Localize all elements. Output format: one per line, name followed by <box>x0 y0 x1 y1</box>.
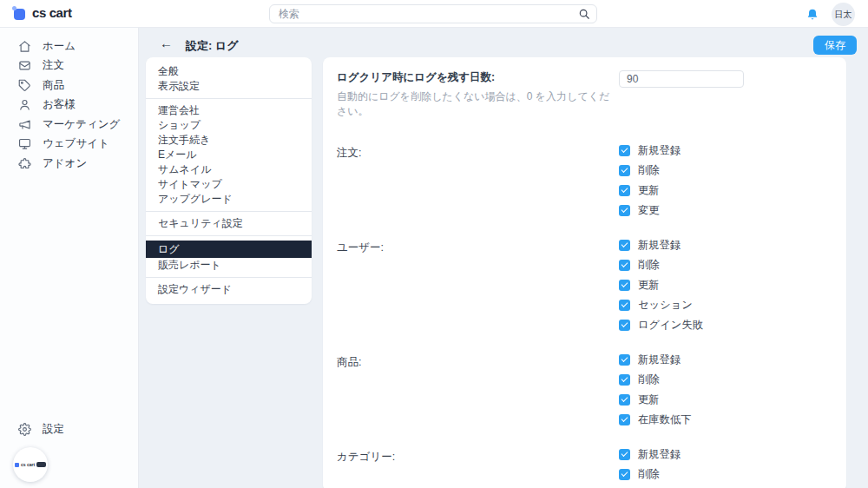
checkbox-checked-icon[interactable] <box>619 165 630 176</box>
checkbox-checked-icon[interactable] <box>619 449 630 460</box>
sidebar-item-label: ウェブサイト <box>43 136 109 151</box>
users-log-section: ユーザー: 新規登録 削除 更新 セッション <box>337 239 832 331</box>
categories-section-label: カテゴリー: <box>337 451 395 463</box>
products-log-section: 商品: 新規登録 削除 更新 在庫数低下 <box>337 353 832 425</box>
global-search <box>269 4 597 23</box>
checkbox-checked-icon[interactable] <box>619 414 630 425</box>
sidebar-settings-section: 設定 <box>0 420 138 440</box>
user-avatar[interactable]: 日太 <box>832 3 855 26</box>
save-button[interactable]: 保存 <box>813 36 857 55</box>
checkbox-option: 削除 <box>619 259 703 271</box>
checkbox-checked-icon[interactable] <box>619 300 630 311</box>
sidebar-item-marketing[interactable]: マーケティング <box>0 115 138 135</box>
settings-nav-item-appearance[interactable]: 表示設定 <box>146 79 312 94</box>
settings-nav-item-sitemap[interactable]: サイトマップ <box>146 177 312 192</box>
mini-logo-text: cs cart <box>21 462 35 467</box>
settings-nav-item-shop[interactable]: ショップ <box>146 118 312 133</box>
checkbox-option: 更新 <box>619 393 691 406</box>
settings-nav-group: 設定ウィザード <box>146 277 312 301</box>
option-label: 削除 <box>638 258 660 273</box>
checkbox-option: 新規登録 <box>619 353 691 366</box>
sidebar-item-addons[interactable]: アドオン <box>0 154 138 174</box>
checkbox-option: 削除 <box>619 373 691 386</box>
categories-log-section: カテゴリー: 新規登録 削除 更新 <box>337 448 832 488</box>
option-label: 削除 <box>638 467 660 482</box>
checkbox-checked-icon[interactable] <box>619 394 630 406</box>
checkbox-checked-icon[interactable] <box>619 260 630 271</box>
settings-nav-item-upgrade[interactable]: アップグレード <box>146 192 312 207</box>
search-icon <box>578 8 590 20</box>
option-label: 新規登録 <box>638 447 681 462</box>
notifications-bell-icon[interactable] <box>806 8 819 22</box>
settings-nav-item-checkout[interactable]: 注文手続き <box>146 133 312 148</box>
sidebar-item-settings[interactable]: 設定 <box>0 420 138 440</box>
checkbox-option: 新規登録 <box>619 239 703 251</box>
users-section-label: ユーザー: <box>337 241 384 254</box>
sidebar-item-home[interactable]: ホーム <box>0 36 138 56</box>
settings-nav-item-email[interactable]: Eメール <box>146 148 312 162</box>
products-options: 新規登録 削除 更新 在庫数低下 <box>619 353 691 425</box>
main-sidebar: ホーム 注文 商品 お客様 マーケティング ウェブサイト <box>0 28 139 488</box>
store-logo-badge[interactable]: cs cart <box>13 447 48 482</box>
checkbox-option: 新規登録 <box>619 448 681 460</box>
checkbox-checked-icon[interactable] <box>619 280 630 291</box>
settings-nav-item-general[interactable]: 全般 <box>146 64 312 79</box>
checkbox-checked-icon[interactable] <box>619 145 630 156</box>
back-arrow-icon[interactable]: ← <box>160 36 173 50</box>
app-window: cs cart 日太 ホーム 注文 商品 <box>0 0 868 488</box>
settings-nav-group: セキュリティ設定 <box>146 211 312 235</box>
sidebar-item-label: 設定 <box>43 422 64 437</box>
sidebar-item-customers[interactable]: お客様 <box>0 96 138 115</box>
option-label: 新規登録 <box>638 238 681 253</box>
checkbox-option: 変更 <box>619 204 681 216</box>
option-label: セッション <box>638 298 693 313</box>
logo-dot <box>12 6 16 10</box>
page-title: 設定: ログ <box>186 38 239 54</box>
checkbox-checked-icon[interactable] <box>619 469 630 480</box>
settings-nav-card: 全般 表示設定 運営会社 ショップ 注文手続き Eメール サムネイル サイトマッ… <box>146 57 312 304</box>
checkbox-option: 在庫数低下 <box>619 413 691 425</box>
website-icon <box>18 137 31 150</box>
checkbox-checked-icon[interactable] <box>619 205 630 216</box>
option-label: 削除 <box>638 163 660 178</box>
checkbox-checked-icon[interactable] <box>619 240 630 251</box>
checkbox-checked-icon[interactable] <box>619 320 630 331</box>
sidebar-item-label: アドオン <box>43 156 87 171</box>
orders-section-label: 注文: <box>337 147 361 159</box>
sidebar-item-orders[interactable]: 注文 <box>0 56 138 76</box>
log-days-input[interactable] <box>619 70 744 88</box>
products-icon <box>18 79 31 92</box>
log-settings-card: ログクリア時にログを残す日数: 自動的にログを削除したくない場合は、0 を入力し… <box>323 57 846 488</box>
version-badge <box>36 462 46 467</box>
users-options: 新規登録 削除 更新 セッション ログイン失敗 <box>619 239 703 331</box>
gear-icon <box>18 423 31 436</box>
search-input[interactable] <box>269 4 597 23</box>
cscart-logo-icon <box>12 6 26 20</box>
log-days-label-col: ログクリア時にログを残す日数: 自動的にログを削除したくない場合は、0 を入力し… <box>337 70 619 119</box>
checkbox-option: 更新 <box>619 184 681 196</box>
cscart-logo[interactable]: cs cart <box>12 5 72 20</box>
log-days-row: ログクリア時にログを残す日数: 自動的にログを削除したくない場合は、0 を入力し… <box>337 70 832 119</box>
checkbox-option: ログイン失敗 <box>619 319 703 331</box>
settings-nav-item-security[interactable]: セキュリティ設定 <box>146 216 312 231</box>
settings-nav-item-thumbnails[interactable]: サムネイル <box>146 162 312 177</box>
mini-logo-square <box>15 463 19 467</box>
sidebar-item-label: マーケティング <box>43 117 120 132</box>
option-label: 削除 <box>638 373 660 387</box>
home-icon <box>18 40 31 53</box>
settings-nav-item-wizard[interactable]: 設定ウィザード <box>146 282 312 297</box>
checkbox-checked-icon[interactable] <box>619 374 630 386</box>
checkbox-checked-icon[interactable] <box>619 185 630 196</box>
checkbox-checked-icon[interactable] <box>619 354 630 366</box>
settings-nav-item-sales-reports[interactable]: 販売レポート <box>146 258 312 273</box>
option-label: ログイン失敗 <box>638 318 703 333</box>
addons-icon <box>18 157 31 170</box>
sidebar-item-label: 商品 <box>43 78 64 93</box>
log-days-hint: 自動的にログを削除したくない場合は、0 を入力してください。 <box>337 89 619 119</box>
sidebar-item-website[interactable]: ウェブサイト <box>0 135 138 155</box>
sidebar-item-products[interactable]: 商品 <box>0 76 138 96</box>
log-days-input-col <box>619 70 744 119</box>
settings-nav-group: ログ 販売レポート <box>146 235 312 277</box>
settings-nav-item-logging[interactable]: ログ <box>146 241 312 258</box>
settings-nav-item-company[interactable]: 運営会社 <box>146 103 312 118</box>
